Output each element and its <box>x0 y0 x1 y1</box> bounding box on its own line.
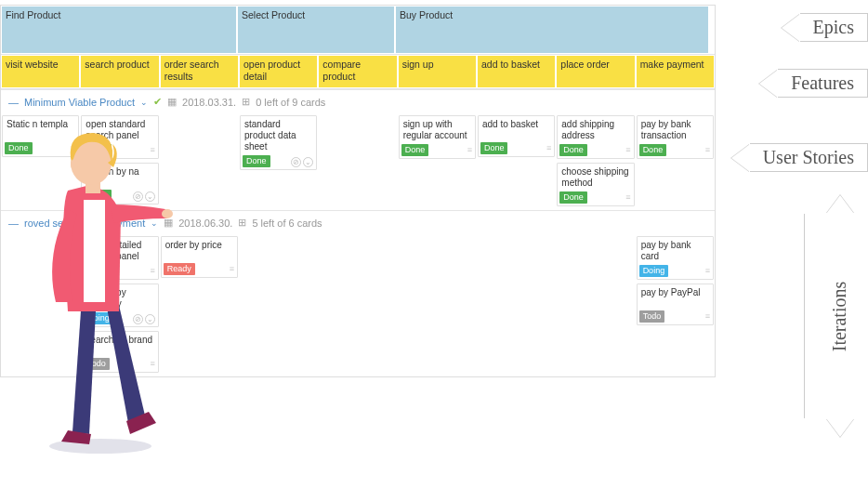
feature-card[interactable]: visit website <box>2 56 79 87</box>
iteration-date: 2018.06.30. <box>178 218 232 229</box>
chevron-down-icon[interactable]: ⌄ <box>151 218 158 228</box>
story-column: sign up with regular accountDone≡ <box>398 113 477 163</box>
iteration-title: Minimum Viable Product <box>24 97 135 108</box>
card-text: Static n templa <box>7 119 74 130</box>
status-badge: Done <box>243 155 270 167</box>
calendar-icon: ▦ <box>164 217 173 229</box>
card-text: pay by bank card <box>641 240 709 262</box>
card-text: search by na <box>85 166 153 178</box>
card-text: pay by PayPal <box>641 287 709 298</box>
story-card[interactable]: pay by PayPalTodo≡ <box>637 284 714 325</box>
story-column <box>160 113 239 117</box>
iteration-header[interactable]: —roved search and payment⌄▦2018.06.30.⊞5… <box>1 210 715 234</box>
story-card[interactable]: add to basketDone≡ <box>478 115 555 157</box>
card-text: add shipping address <box>561 119 629 141</box>
feature-card[interactable]: order search results <box>161 56 238 87</box>
story-card[interactable]: order by priceReady≡ <box>161 236 238 278</box>
epic-label: Select Product <box>242 9 305 20</box>
cards-icon: ⊞ <box>242 96 250 108</box>
card-icons: ⊘⌄ <box>291 157 313 167</box>
label-iterations: Iterations <box>822 195 859 437</box>
grip-icon: ≡ <box>150 359 154 369</box>
calendar-icon: ▦ <box>167 96 177 108</box>
story-column: pay by bank cardDoing≡pay by PayPalTodo≡ <box>636 234 715 329</box>
grip-icon: ≡ <box>705 311 710 322</box>
epic-card[interactable]: Select Product <box>238 7 394 53</box>
story-card[interactable]: add shipping addressDone≡ <box>557 115 634 159</box>
status-badge: Doing <box>639 265 669 277</box>
chevron-icon: ⌄ <box>303 157 313 167</box>
story-row: open detailed search panelDone≡search by… <box>1 234 715 376</box>
feature-card[interactable]: open product detail <box>240 56 317 87</box>
clock-icon: ⊘ <box>291 157 301 167</box>
epic-card[interactable]: Find Product <box>2 7 236 53</box>
story-card[interactable]: open detailed search panelDone≡ <box>81 236 158 280</box>
collapse-icon[interactable]: — <box>8 97 19 108</box>
grip-icon: ≡ <box>71 143 75 153</box>
status-badge: Done <box>559 191 587 204</box>
grip-icon: ≡ <box>467 145 472 155</box>
story-column <box>318 113 397 117</box>
chevron-icon: ⌄ <box>145 314 155 324</box>
chevron-down-icon[interactable]: ⌄ <box>140 98 148 107</box>
iteration-count: 0 left of 9 cards <box>256 97 325 108</box>
story-card[interactable]: Static n templaDone≡ <box>2 115 79 157</box>
card-text: search by category <box>85 287 153 310</box>
card-icons: ⊘⌄ <box>133 191 155 202</box>
status-badge: Ready <box>164 263 195 275</box>
story-column: open detailed search panelDone≡search by… <box>80 234 159 376</box>
collapse-icon[interactable]: — <box>8 218 19 229</box>
epic-label: Find Product <box>6 9 61 20</box>
story-column <box>477 234 556 238</box>
story-card[interactable]: search by categoryDoing⊘⌄ <box>81 284 158 327</box>
story-column <box>239 234 318 238</box>
story-column <box>398 234 477 238</box>
card-text: open standard search panel <box>85 119 153 141</box>
status-badge: Done <box>84 144 112 156</box>
story-column: pay by bank transactionDone≡ <box>636 113 715 163</box>
story-card[interactable]: search by brandTodo≡ <box>81 331 158 373</box>
story-row: Static n templaDone≡open standard search… <box>1 113 715 210</box>
story-column <box>556 234 635 238</box>
status-badge: Done <box>84 265 112 277</box>
status-badge: Done <box>84 190 112 202</box>
epic-card[interactable]: Buy Product <box>396 7 708 53</box>
status-badge: Done <box>559 144 587 156</box>
story-card[interactable]: choose shipping methodDone≡ <box>557 163 634 206</box>
iteration-header[interactable]: —Minimum Viable Product⌄✔▦2018.03.31.⊞0 … <box>1 89 715 113</box>
story-card[interactable]: sign up with regular accountDone≡ <box>399 115 476 159</box>
epic-row: Find Product Select Product Buy Product <box>1 6 715 55</box>
feature-card[interactable]: search product <box>81 56 158 87</box>
story-column: order by priceReady≡ <box>160 234 239 282</box>
story-card[interactable]: pay by bank transactionDone≡ <box>637 115 714 159</box>
feature-card[interactable]: compare product <box>319 56 396 87</box>
story-card[interactable]: standard product data sheetDone⊘⌄ <box>240 115 317 170</box>
feature-card[interactable]: add to basket <box>478 56 555 87</box>
story-column: add to basketDone≡ <box>477 113 556 161</box>
card-text: sign up with regular account <box>403 119 471 141</box>
story-column <box>318 234 397 238</box>
grip-icon: ≡ <box>625 192 630 203</box>
epic-label: Buy Product <box>400 9 453 20</box>
story-card[interactable]: search by naDone⊘⌄ <box>81 163 158 204</box>
clock-icon: ⊘ <box>133 314 143 324</box>
story-column: add shipping addressDone≡choose shipping… <box>556 113 635 210</box>
clock-icon: ⊘ <box>133 191 143 202</box>
story-map-board: Find Product Select Product Buy Product … <box>0 5 716 377</box>
grip-icon: ≡ <box>150 266 154 276</box>
story-card[interactable]: open standard search panelDone≡ <box>81 115 158 159</box>
iterations-container: —Minimum Viable Product⌄✔▦2018.03.31.⊞0 … <box>1 89 715 376</box>
status-badge: Done <box>639 144 667 156</box>
label-features: Features <box>759 69 868 98</box>
card-text: open detailed search panel <box>85 240 153 262</box>
cards-icon: ⊞ <box>238 217 246 229</box>
story-card[interactable]: pay by bank cardDoing≡ <box>637 236 714 280</box>
feature-card[interactable]: place order <box>557 56 634 87</box>
feature-card[interactable]: make payment <box>637 56 714 87</box>
label-epics: Epics <box>782 13 868 42</box>
grip-icon: ≡ <box>705 145 710 155</box>
story-column: Static n templaDone≡ <box>1 113 80 161</box>
status-badge: Done <box>5 142 33 154</box>
card-text: order by price <box>165 240 233 251</box>
feature-card[interactable]: sign up <box>399 56 476 87</box>
